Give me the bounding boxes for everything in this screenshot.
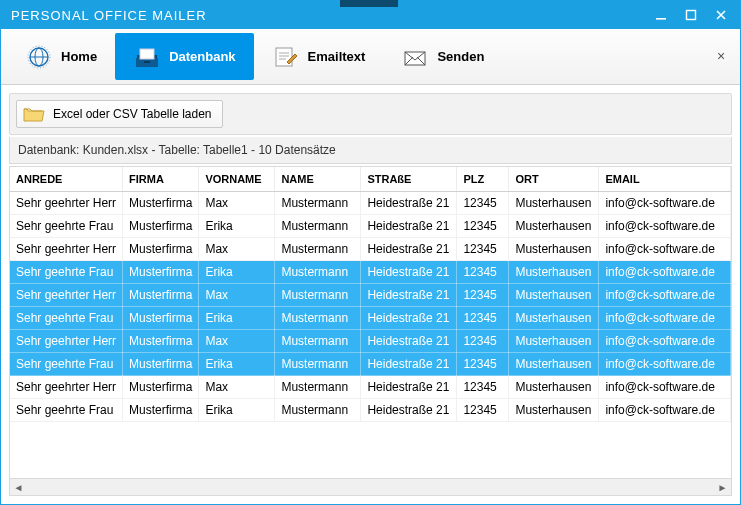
cell-ort[interactable]: Musterhausen (509, 307, 599, 330)
cell-firma[interactable]: Musterfirma (123, 238, 199, 261)
horizontal-scrollbar[interactable]: ◄ ► (10, 478, 731, 495)
cell-name[interactable]: Mustermann (275, 330, 361, 353)
col-anrede[interactable]: ANREDE (10, 167, 123, 192)
cell-plz[interactable]: 12345 (457, 330, 509, 353)
cell-name[interactable]: Mustermann (275, 238, 361, 261)
cell-plz[interactable]: 12345 (457, 353, 509, 376)
cell-email[interactable]: info@ck-software.de (599, 330, 731, 353)
cell-email[interactable]: info@ck-software.de (599, 376, 731, 399)
cell-plz[interactable]: 12345 (457, 238, 509, 261)
cell-anrede[interactable]: Sehr geehrter Herr (10, 284, 123, 307)
cell-anrede[interactable]: Sehr geehrter Herr (10, 238, 123, 261)
ribbon-collapse-button[interactable]: × (712, 47, 730, 65)
cell-firma[interactable]: Musterfirma (123, 192, 199, 215)
cell-ort[interactable]: Musterhausen (509, 353, 599, 376)
cell-name[interactable]: Mustermann (275, 376, 361, 399)
cell-strasse[interactable]: Heidestraße 21 (361, 376, 457, 399)
table-row[interactable]: Sehr geehrter HerrMusterfirmaMaxMusterma… (10, 284, 731, 307)
cell-email[interactable]: info@ck-software.de (599, 261, 731, 284)
scroll-right-icon[interactable]: ► (714, 479, 731, 496)
cell-ort[interactable]: Musterhausen (509, 192, 599, 215)
cell-strasse[interactable]: Heidestraße 21 (361, 307, 457, 330)
table-row[interactable]: Sehr geehrter HerrMusterfirmaMaxMusterma… (10, 376, 731, 399)
cell-vorname[interactable]: Erika (199, 399, 275, 422)
cell-ort[interactable]: Musterhausen (509, 399, 599, 422)
col-email[interactable]: EMAIL (599, 167, 731, 192)
cell-ort[interactable]: Musterhausen (509, 284, 599, 307)
cell-strasse[interactable]: Heidestraße 21 (361, 261, 457, 284)
cell-vorname[interactable]: Max (199, 284, 275, 307)
cell-firma[interactable]: Musterfirma (123, 307, 199, 330)
cell-vorname[interactable]: Max (199, 238, 275, 261)
col-vorname[interactable]: VORNAME (199, 167, 275, 192)
cell-name[interactable]: Mustermann (275, 284, 361, 307)
cell-anrede[interactable]: Sehr geehrter Herr (10, 376, 123, 399)
cell-email[interactable]: info@ck-software.de (599, 192, 731, 215)
col-ort[interactable]: ORT (509, 167, 599, 192)
cell-anrede[interactable]: Sehr geehrte Frau (10, 399, 123, 422)
ribbon-database[interactable]: Datenbank (115, 33, 253, 80)
table-row[interactable]: Sehr geehrter HerrMusterfirmaMaxMusterma… (10, 238, 731, 261)
cell-vorname[interactable]: Max (199, 376, 275, 399)
minimize-button[interactable] (646, 3, 676, 27)
table-row[interactable]: Sehr geehrter HerrMusterfirmaMaxMusterma… (10, 192, 731, 215)
cell-email[interactable]: info@ck-software.de (599, 353, 731, 376)
cell-firma[interactable]: Musterfirma (123, 376, 199, 399)
cell-anrede[interactable]: Sehr geehrte Frau (10, 353, 123, 376)
cell-email[interactable]: info@ck-software.de (599, 399, 731, 422)
cell-vorname[interactable]: Max (199, 192, 275, 215)
col-plz[interactable]: PLZ (457, 167, 509, 192)
ribbon-send[interactable]: Senden (383, 33, 502, 80)
cell-plz[interactable]: 12345 (457, 192, 509, 215)
cell-plz[interactable]: 12345 (457, 215, 509, 238)
cell-name[interactable]: Mustermann (275, 215, 361, 238)
cell-anrede[interactable]: Sehr geehrter Herr (10, 192, 123, 215)
close-button[interactable] (706, 3, 736, 27)
cell-vorname[interactable]: Erika (199, 261, 275, 284)
load-table-button[interactable]: Excel oder CSV Tabelle laden (16, 100, 223, 128)
cell-strasse[interactable]: Heidestraße 21 (361, 353, 457, 376)
table-row[interactable]: Sehr geehrte FrauMusterfirmaErikaMusterm… (10, 261, 731, 284)
cell-firma[interactable]: Musterfirma (123, 353, 199, 376)
col-firma[interactable]: FIRMA (123, 167, 199, 192)
cell-strasse[interactable]: Heidestraße 21 (361, 330, 457, 353)
scroll-track[interactable] (27, 479, 714, 495)
cell-name[interactable]: Mustermann (275, 261, 361, 284)
ribbon-emailtext[interactable]: Emailtext (254, 33, 384, 80)
cell-vorname[interactable]: Erika (199, 215, 275, 238)
cell-ort[interactable]: Musterhausen (509, 376, 599, 399)
cell-ort[interactable]: Musterhausen (509, 238, 599, 261)
titlebar[interactable]: PERSONAL OFFICE MAILER (1, 1, 740, 29)
cell-email[interactable]: info@ck-software.de (599, 284, 731, 307)
cell-strasse[interactable]: Heidestraße 21 (361, 192, 457, 215)
table-row[interactable]: Sehr geehrte FrauMusterfirmaErikaMusterm… (10, 307, 731, 330)
maximize-button[interactable] (676, 3, 706, 27)
cell-strasse[interactable]: Heidestraße 21 (361, 238, 457, 261)
ribbon-home[interactable]: Home (7, 33, 115, 80)
cell-plz[interactable]: 12345 (457, 261, 509, 284)
cell-firma[interactable]: Musterfirma (123, 261, 199, 284)
table-row[interactable]: Sehr geehrte FrauMusterfirmaErikaMusterm… (10, 399, 731, 422)
cell-vorname[interactable]: Erika (199, 307, 275, 330)
data-grid[interactable]: ANREDE FIRMA VORNAME NAME STRAßE PLZ ORT… (9, 166, 732, 496)
cell-ort[interactable]: Musterhausen (509, 330, 599, 353)
cell-anrede[interactable]: Sehr geehrter Herr (10, 330, 123, 353)
cell-anrede[interactable]: Sehr geehrte Frau (10, 261, 123, 284)
cell-anrede[interactable]: Sehr geehrte Frau (10, 307, 123, 330)
cell-strasse[interactable]: Heidestraße 21 (361, 399, 457, 422)
cell-strasse[interactable]: Heidestraße 21 (361, 215, 457, 238)
cell-name[interactable]: Mustermann (275, 353, 361, 376)
cell-plz[interactable]: 12345 (457, 376, 509, 399)
cell-plz[interactable]: 12345 (457, 307, 509, 330)
cell-ort[interactable]: Musterhausen (509, 215, 599, 238)
cell-name[interactable]: Mustermann (275, 307, 361, 330)
cell-ort[interactable]: Musterhausen (509, 261, 599, 284)
cell-email[interactable]: info@ck-software.de (599, 238, 731, 261)
cell-firma[interactable]: Musterfirma (123, 215, 199, 238)
cell-name[interactable]: Mustermann (275, 399, 361, 422)
cell-email[interactable]: info@ck-software.de (599, 215, 731, 238)
cell-vorname[interactable]: Max (199, 330, 275, 353)
cell-plz[interactable]: 12345 (457, 399, 509, 422)
cell-anrede[interactable]: Sehr geehrte Frau (10, 215, 123, 238)
table-row[interactable]: Sehr geehrter HerrMusterfirmaMaxMusterma… (10, 330, 731, 353)
